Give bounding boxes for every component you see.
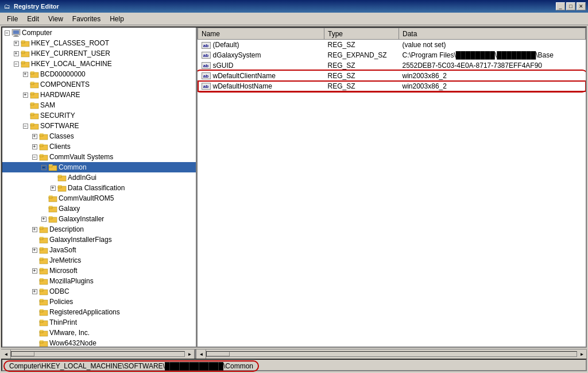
svg-rect-89 xyxy=(40,331,43,333)
tree-item-dataclass[interactable]: + Data Classification xyxy=(2,183,196,193)
tree-item-thinprint[interactable]: ThinPrint xyxy=(2,317,196,328)
tree-item-microsoft[interactable]: + Microsoft xyxy=(2,266,196,276)
reg-type-icon: ab xyxy=(202,62,211,69)
reg-type-cell: REG_EXPAND_SZ xyxy=(324,50,399,60)
tree-item-commvaultrom5[interactable]: CommVaultROM5 xyxy=(2,193,196,203)
tree-item-classes[interactable]: + Classes xyxy=(2,131,196,141)
svg-rect-86 xyxy=(40,321,43,322)
expander-odbc[interactable]: + xyxy=(32,289,37,294)
folder-icon xyxy=(39,339,48,347)
menu-edit[interactable]: Edit xyxy=(22,14,44,24)
expander-microsoft[interactable]: + xyxy=(32,268,37,274)
tree-item-hardware[interactable]: + HARDWARE xyxy=(2,90,196,100)
expander-common[interactable]: − xyxy=(41,165,47,170)
expander-commvault[interactable]: − xyxy=(32,155,37,160)
folder-icon xyxy=(30,80,39,89)
folder-icon xyxy=(39,132,48,141)
tree-pane[interactable]: − Computer+ HKEY_CLASSES_ROOT+ HKEY_CURR… xyxy=(2,28,198,347)
tree-item-commvault[interactable]: − CommVault Systems xyxy=(2,152,196,162)
hscroll-right-left-btn[interactable]: ◄ xyxy=(196,349,206,359)
svg-marker-48 xyxy=(58,185,62,186)
hscroll-track-left[interactable] xyxy=(11,351,185,357)
reg-type-cell: REG_SZ xyxy=(324,71,399,81)
tree-item-vmware[interactable]: VMware, Inc. xyxy=(2,328,196,338)
tree-item-galaxyinstaller[interactable]: + GalaxyInstaller xyxy=(2,214,196,224)
tree-item-common[interactable]: − Common xyxy=(2,162,196,172)
tree-label-hkey_classes_root: HKEY_CLASSES_ROOT xyxy=(31,39,109,47)
tree-item-mozillaplugins[interactable]: MozillaPlugins xyxy=(2,276,196,286)
hscroll-thumb-right[interactable] xyxy=(207,352,230,356)
tree-item-sam[interactable]: SAM xyxy=(2,100,196,110)
maximize-button[interactable]: □ xyxy=(566,2,575,10)
svg-marker-30 xyxy=(30,123,34,124)
tree-label-common: Common xyxy=(59,163,87,171)
tree-label-hkey_local_machine: HKEY_LOCAL_MACHINE xyxy=(31,60,112,68)
tree-item-security[interactable]: SECURITY xyxy=(2,110,196,121)
tree-item-javasoft[interactable]: + JavaSoft xyxy=(2,245,196,255)
tree-label-sam: SAM xyxy=(40,101,55,109)
svg-marker-33 xyxy=(40,133,44,134)
expander-hkey_local_machine[interactable]: − xyxy=(14,61,19,67)
tree-item-hkey_local_machine[interactable]: − HKEY_LOCAL_MACHINE xyxy=(2,59,196,69)
expander-clients[interactable]: + xyxy=(32,144,37,149)
tree-item-policies[interactable]: Policies xyxy=(2,297,196,307)
folder-icon xyxy=(30,111,39,120)
tree-label-policies: Policies xyxy=(49,298,73,306)
hscroll-track-right[interactable] xyxy=(206,351,577,357)
tree-item-bcd00000000[interactable]: + BCD00000000 xyxy=(2,69,196,79)
expander-dataclass[interactable]: + xyxy=(51,186,56,191)
menu-favorites[interactable]: Favorites xyxy=(68,14,105,24)
reg-type-cell: REG_SZ xyxy=(324,40,399,50)
table-row[interactable]: abwDefaultHostNameREG_SZwin2003x86_2 xyxy=(198,81,586,91)
tree-item-addingui[interactable]: AddInGui xyxy=(2,172,196,183)
hscroll-left-btn[interactable]: ◄ xyxy=(1,349,11,359)
folder-icon xyxy=(39,307,48,317)
svg-marker-27 xyxy=(30,113,34,114)
svg-rect-5 xyxy=(21,41,25,43)
menu-help[interactable]: Help xyxy=(105,14,129,24)
svg-rect-20 xyxy=(30,93,34,95)
tree-item-jremetrics[interactable]: JreMetrics xyxy=(2,255,196,266)
menu-view[interactable]: View xyxy=(44,14,68,24)
tree-item-software[interactable]: − SOFTWARE xyxy=(2,121,196,131)
tree-item-regapps[interactable]: RegisteredApplications xyxy=(2,307,196,317)
computer-icon xyxy=(11,28,21,37)
tree-item-description[interactable]: + Description xyxy=(2,224,196,234)
tree-item-galaxy[interactable]: Galaxy xyxy=(2,203,196,214)
tree-item-computer[interactable]: − Computer xyxy=(2,28,196,38)
table-row[interactable]: abdGalaxySystemREG_EXPAND_SZC:\Program F… xyxy=(198,50,586,60)
tree-item-hkey_classes_root[interactable]: + HKEY_CLASSES_ROOT xyxy=(2,38,196,48)
tree-item-clients[interactable]: + Clients xyxy=(2,141,196,152)
expander-bcd00000000[interactable]: + xyxy=(23,72,28,77)
expander-description[interactable]: + xyxy=(32,227,37,232)
folder-icon xyxy=(39,297,48,306)
tree-item-hkey_current_user[interactable]: + HKEY_CURRENT_USER xyxy=(2,48,196,59)
expander-javasoft[interactable]: + xyxy=(32,248,37,253)
menu-file[interactable]: File xyxy=(2,14,22,24)
expander-hardware[interactable]: + xyxy=(23,93,28,98)
tree-item-galaxyinstallflags[interactable]: GalaxyInstallerFlags xyxy=(2,234,196,245)
table-row[interactable]: ab(Default)REG_SZ(value not set) xyxy=(198,40,586,50)
tree-item-wow6432[interactable]: Wow6432Node xyxy=(2,338,196,347)
expander-computer[interactable]: − xyxy=(5,30,10,36)
expander-hkey_current_user[interactable]: + xyxy=(14,51,19,56)
hscroll-right: ◄ ► xyxy=(196,349,587,359)
expander-classes[interactable]: + xyxy=(32,134,37,139)
close-button[interactable]: ✕ xyxy=(577,2,586,10)
table-row[interactable]: absGUIDREG_SZ2552DEB7-5C03-4E0A-8717-738… xyxy=(198,60,586,71)
expander-hkey_classes_root[interactable]: + xyxy=(14,41,19,46)
hscroll-right-btn[interactable]: ► xyxy=(185,349,195,359)
reg-data-cell: (value not set) xyxy=(399,40,586,50)
reg-name-cell: absGUID xyxy=(198,60,324,71)
svg-rect-83 xyxy=(40,310,43,312)
minimize-button[interactable]: _ xyxy=(556,2,565,10)
expander-software[interactable]: − xyxy=(23,124,28,129)
tree-label-dataclass: Data Classification xyxy=(68,184,125,192)
tree-item-components[interactable]: COMPONENTS xyxy=(2,79,196,90)
table-row[interactable]: abwDefaultClientNameREG_SZwin2003x86_2 xyxy=(198,71,586,81)
hscroll-right-right-btn[interactable]: ► xyxy=(577,349,587,359)
expander-galaxyinstaller[interactable]: + xyxy=(41,217,47,222)
tree-label-commvaultrom5: CommVaultROM5 xyxy=(59,194,114,202)
hscroll-thumb-left[interactable] xyxy=(11,352,34,356)
tree-item-odbc[interactable]: + ODBC xyxy=(2,286,196,297)
